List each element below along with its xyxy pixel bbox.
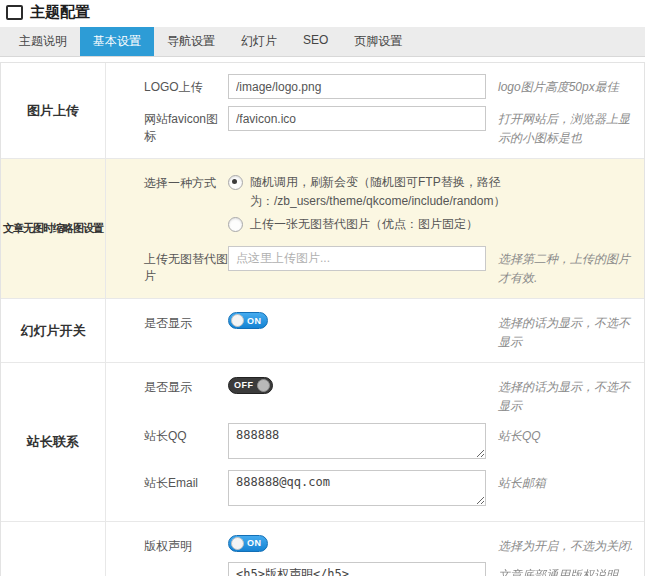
field-label: 是否显示: [144, 374, 228, 415]
page-header: 主题配置: [0, 0, 645, 24]
qq-field: 站长QQ 888888 站长QQ: [144, 423, 636, 463]
tab-seo[interactable]: SEO: [290, 27, 341, 56]
toggle-label: OFF: [231, 380, 257, 390]
field-label: 站长QQ: [144, 423, 228, 463]
qq-textarea[interactable]: 888888: [228, 423, 486, 459]
toggle-knob: [257, 379, 270, 392]
section-title: 图片上传: [1, 63, 106, 158]
copyright-text-field: <h5>版权声明</h5> <p>本文仅代表作者观点，不代表本站立场。<br>本…: [144, 562, 636, 576]
logo-path-input[interactable]: [228, 74, 486, 99]
theme-config-page: 主题配置 主题说明 基本设置 导航设置 幻灯片 SEO 页脚设置 图片上传 LO…: [0, 0, 645, 576]
tab-bar: 主题说明 基本设置 导航设置 幻灯片 SEO 页脚设置: [0, 27, 645, 57]
field-hint: 选择第二种，上传的图片才有效.: [498, 246, 636, 287]
toggle-knob: [231, 314, 244, 327]
tab-slideshow[interactable]: 幻灯片: [228, 27, 290, 56]
page-title: 主题配置: [30, 3, 90, 22]
field-label: LOGO上传: [144, 74, 228, 99]
field-hint: logo图片高度50px最佳: [498, 74, 636, 99]
field-label: 选择一种方式: [144, 170, 228, 239]
thumb-mode-option-random[interactable]: 随机调用，刷新会变（随机图可FTP替换，路径为：/zb_users/theme/…: [228, 173, 496, 210]
copyright-textarea[interactable]: <h5>版权声明</h5> <p>本文仅代表作者观点，不代表本站立场。<br>本…: [228, 562, 486, 576]
favicon-field: 网站favicon图标 打开网站后，浏览器上显示的小图标是也: [144, 106, 636, 147]
radio-label: 上传一张无图替代图片（优点：图片固定）: [250, 215, 478, 234]
radio-label: 随机调用，刷新会变（随机图可FTP替换，路径为：/zb_users/theme/…: [250, 173, 505, 210]
section-image-upload: 图片上传 LOGO上传 logo图片高度50px最佳 网站favicon图标 打…: [1, 63, 644, 159]
logo-upload-field: LOGO上传 logo图片高度50px最佳: [144, 74, 636, 99]
toggle-knob: [231, 537, 244, 550]
section-title: 文章无图时缩略图设置: [1, 159, 106, 298]
tab-theme-intro[interactable]: 主题说明: [6, 27, 80, 56]
field-hint: 站长邮箱: [498, 470, 636, 510]
section-thumbnail: 文章无图时缩略图设置 选择一种方式 随机调用，刷新会变（随机图可FTP替换，路径…: [1, 159, 644, 299]
field-label: 是否显示: [144, 310, 228, 351]
tab-footer-settings[interactable]: 页脚设置: [341, 27, 415, 56]
field-hint: 选择为开启，不选为关闭.: [498, 533, 636, 556]
slideshow-toggle[interactable]: ON: [228, 312, 268, 329]
settings-panel: 图片上传 LOGO上传 logo图片高度50px最佳 网站favicon图标 打…: [0, 62, 645, 576]
section-title-cell: 文章页设置 保存: [1, 522, 106, 576]
field-label: 版权声明: [144, 533, 228, 556]
field-hint: 文章底部通用版权说明，文字换行需要用到<br>: [498, 562, 636, 576]
field-label: 上传无图替代图片: [144, 246, 228, 287]
thumbnail-upload-input[interactable]: [228, 246, 486, 271]
toggle-label: ON: [244, 538, 265, 548]
field-hint: 选择的话为显示，不选不显示: [498, 374, 636, 415]
slideshow-show-field: 是否显示 ON 选择的话为显示，不选不显示: [144, 310, 636, 351]
email-field: 站长Email 888888@qq.com 站长邮箱: [144, 470, 636, 510]
thumbnail-upload-field: 上传无图替代图片 选择第二种，上传的图片才有效.: [144, 246, 636, 287]
thumbnail-mode-field: 选择一种方式 随机调用，刷新会变（随机图可FTP替换，路径为：/zb_users…: [144, 170, 636, 239]
field-label: 网站favicon图标: [144, 106, 228, 147]
field-label: 站长Email: [144, 470, 228, 510]
tab-basic-settings[interactable]: 基本设置: [80, 27, 154, 56]
section-contact: 站长联系 是否显示 OFF 选择的话为显示，不选不显示 站长QQ 888888: [1, 363, 644, 521]
field-hint: 选择的话为显示，不选不显示: [498, 310, 636, 351]
field-hint: 站长QQ: [498, 423, 636, 463]
contact-show-field: 是否显示 OFF 选择的话为显示，不选不显示: [144, 374, 636, 415]
tab-nav-settings[interactable]: 导航设置: [154, 27, 228, 56]
copyright-toggle-field: 版权声明 ON 选择为开启，不选为关闭.: [144, 533, 636, 556]
section-title: 幻灯片开关: [1, 299, 106, 362]
thumb-mode-option-upload[interactable]: 上传一张无图替代图片（优点：图片固定）: [228, 215, 496, 234]
email-textarea[interactable]: 888888@qq.com: [228, 470, 486, 506]
toggle-label: ON: [244, 316, 265, 326]
section-title: 站长联系: [1, 363, 106, 520]
radio-icon[interactable]: [228, 175, 243, 190]
favicon-path-input[interactable]: [228, 106, 486, 131]
radio-icon[interactable]: [228, 217, 243, 232]
section-article: 文章页设置 保存 版权声明 ON 选择为开启，不选为关闭. <h5: [1, 522, 644, 576]
contact-toggle[interactable]: OFF: [228, 377, 273, 394]
field-hint: 打开网站后，浏览器上显示的小图标是也: [498, 106, 636, 147]
copyright-toggle[interactable]: ON: [228, 535, 268, 552]
checkbox-icon: [6, 5, 23, 20]
section-slideshow: 幻灯片开关 是否显示 ON 选择的话为显示，不选不显示: [1, 299, 644, 363]
